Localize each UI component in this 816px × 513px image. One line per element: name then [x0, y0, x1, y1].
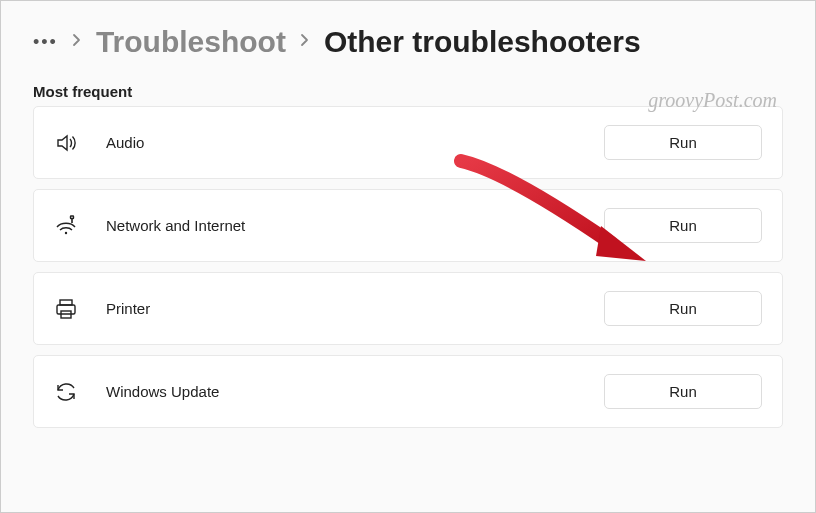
run-button[interactable]: Run: [604, 374, 762, 409]
breadcrumb-parent[interactable]: Troubleshoot: [96, 25, 286, 59]
svg-rect-1: [71, 216, 74, 219]
item-label: Windows Update: [106, 383, 576, 400]
run-button[interactable]: Run: [604, 208, 762, 243]
list-item: Audio Run: [33, 106, 783, 179]
list-item: Printer Run: [33, 272, 783, 345]
list-item: Network and Internet Run: [33, 189, 783, 262]
item-label: Printer: [106, 300, 576, 317]
breadcrumb-more-icon[interactable]: •••: [33, 32, 58, 53]
breadcrumb: ••• Troubleshoot Other troubleshooters: [1, 1, 815, 75]
svg-rect-3: [57, 305, 75, 314]
item-label: Audio: [106, 134, 576, 151]
list-item: Windows Update Run: [33, 355, 783, 428]
watermark: groovyPost.com: [648, 89, 777, 112]
chevron-right-icon: [300, 33, 310, 51]
chevron-right-icon: [72, 33, 82, 51]
network-icon: [54, 214, 78, 238]
item-label: Network and Internet: [106, 217, 576, 234]
breadcrumb-current: Other troubleshooters: [324, 25, 641, 59]
run-button[interactable]: Run: [604, 125, 762, 160]
svg-point-0: [65, 231, 67, 233]
run-button[interactable]: Run: [604, 291, 762, 326]
svg-rect-2: [60, 300, 72, 305]
audio-icon: [54, 131, 78, 155]
printer-icon: [54, 297, 78, 321]
refresh-icon: [54, 380, 78, 404]
troubleshooter-list: Audio Run Network and Internet Run Print…: [1, 106, 815, 428]
